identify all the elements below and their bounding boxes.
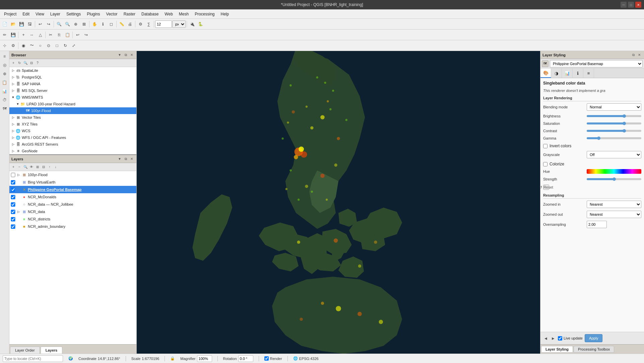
scale-input[interactable]: [155, 20, 172, 28]
menu-processing[interactable]: Processing: [192, 11, 217, 17]
menu-vector[interactable]: Vector: [104, 11, 120, 17]
snap-config-btn[interactable]: ⚙: [9, 42, 17, 50]
measure-btn[interactable]: 📏: [118, 20, 126, 28]
snap-btn[interactable]: ⊹: [1, 42, 9, 50]
browser-collapse-btn[interactable]: ▼: [117, 52, 122, 58]
pan-btn[interactable]: ✋: [90, 20, 99, 28]
menu-view[interactable]: View: [33, 11, 47, 17]
layer-jollibee-check[interactable]: [11, 202, 15, 207]
stats-icon-btn[interactable]: 📊: [1, 87, 9, 95]
menu-edit[interactable]: Edit: [20, 11, 32, 17]
remove-layer-btn[interactable]: −: [17, 164, 22, 170]
browser-collapse-all-btn[interactable]: ⊟: [29, 60, 34, 66]
style-tab-metadata[interactable]: ℹ: [573, 68, 583, 78]
undo-edit-btn[interactable]: ↩: [74, 31, 82, 39]
magnifier-input[interactable]: [197, 355, 212, 362]
browser-item-100yr[interactable]: 🗺 100yr-Flood: [9, 107, 136, 114]
browser-item-wms[interactable]: ▼ 🌐 WMS/WMTS: [9, 94, 136, 101]
expand-all-btn[interactable]: ⊞: [35, 164, 40, 170]
layers-float-btn[interactable]: ⧉: [123, 156, 128, 162]
circle-btn[interactable]: ○: [36, 42, 44, 50]
browser-item-xyztiles[interactable]: ▷ ⊞ XYZ Tiles: [9, 121, 136, 127]
rotation-input[interactable]: [238, 355, 253, 362]
style-tab-histogram[interactable]: 📊: [562, 68, 573, 78]
processing-btn[interactable]: ⚙: [136, 20, 144, 28]
identify-btn[interactable]: ℹ: [99, 20, 107, 28]
layer-item-100yr[interactable]: ▷ ⊞ 100yr-Flood: [9, 171, 136, 178]
next-style-btn[interactable]: ▶: [551, 335, 556, 341]
minimize-button[interactable]: ─: [621, 2, 627, 8]
scale-adv-btn[interactable]: ⤢: [70, 42, 78, 50]
undo-btn[interactable]: ↩: [36, 20, 44, 28]
layer-mcdo-check[interactable]: [11, 195, 15, 199]
menu-layer[interactable]: Layer: [48, 11, 63, 17]
gamma-slider[interactable]: [587, 137, 641, 139]
digitize-shape-btn[interactable]: ◉: [19, 42, 27, 50]
map3d-icon-btn[interactable]: 🗺: [1, 105, 9, 113]
layers-close-btn[interactable]: ✕: [129, 156, 134, 162]
menu-plugins[interactable]: Plugins: [84, 11, 103, 17]
layer-dist-check[interactable]: [11, 217, 15, 221]
tab-processing-toolbox[interactable]: Processing Toolbox: [574, 346, 614, 353]
layers-icon-btn[interactable]: ≡: [1, 52, 9, 60]
add-feature-btn[interactable]: +: [19, 31, 27, 39]
redo-btn[interactable]: ↪: [45, 20, 53, 28]
maximize-button[interactable]: □: [628, 2, 634, 8]
layer-100yr-check[interactable]: [11, 173, 15, 177]
filter-layer-btn[interactable]: 🔍: [23, 164, 28, 170]
browser-item-wcs[interactable]: ▷ 🌐 WCS: [9, 127, 136, 134]
zoom-out-btn[interactable]: 🔍: [63, 20, 71, 28]
move-down-btn[interactable]: ↓: [53, 164, 58, 170]
browser-refresh-btn[interactable]: ↻: [17, 60, 22, 66]
cut-features-btn[interactable]: ✂: [47, 31, 55, 39]
style-tab-transparency[interactable]: ◑: [551, 68, 562, 78]
ellipse-btn[interactable]: ⊙: [45, 42, 53, 50]
stats-btn[interactable]: ∑: [145, 20, 153, 28]
menu-web[interactable]: Web: [162, 11, 175, 17]
menu-help[interactable]: Help: [218, 11, 232, 17]
plugins-btn[interactable]: 🔌: [188, 20, 196, 28]
move-feature-btn[interactable]: ↔: [28, 31, 36, 39]
browser-item-saphana[interactable]: ▷ 🗄 SAP HANA: [9, 81, 136, 87]
vertex-tool-btn[interactable]: △: [36, 31, 44, 39]
unit-select[interactable]: px: [172, 20, 186, 28]
colorize-check[interactable]: [543, 162, 548, 166]
browser-close-btn[interactable]: ✕: [129, 52, 134, 58]
browser-item-vectortiles[interactable]: ▷ ⊞ Vector Tiles: [9, 114, 136, 121]
strength-slider[interactable]: [587, 178, 641, 180]
paste-features-btn[interactable]: 📋: [63, 31, 71, 39]
add-layer-btn[interactable]: +: [11, 164, 16, 170]
styling-close-btn[interactable]: ✕: [637, 52, 642, 58]
menu-mesh[interactable]: Mesh: [176, 11, 191, 17]
browser-item-postgresql[interactable]: ▷ 🐘 PostgreSQL: [9, 74, 136, 81]
rotate-btn[interactable]: ↻: [61, 42, 69, 50]
layers-collapse-btn[interactable]: ▼: [117, 156, 122, 162]
status-epsg[interactable]: 🌐 EPSG:4326: [293, 356, 319, 361]
python-btn[interactable]: 🐍: [196, 20, 204, 28]
redo-edit-btn[interactable]: ↪: [82, 31, 90, 39]
map-canvas-area[interactable]: [137, 51, 540, 354]
edit-toggle-btn[interactable]: ✏: [1, 31, 9, 39]
browser-item-lipad[interactable]: ▼ 📁 LiPAD 100-year Flood Hazard: [9, 101, 136, 107]
layer-item-ncr-districts[interactable]: ■ NCR_districts: [9, 215, 136, 223]
browser-filter-btn[interactable]: 🔍: [23, 60, 28, 66]
render-check[interactable]: [264, 356, 269, 361]
select-btn[interactable]: ◻: [107, 20, 115, 28]
copy-features-btn[interactable]: ⎘: [55, 31, 63, 39]
save-project-btn[interactable]: 💾: [17, 20, 25, 28]
save-as-btn[interactable]: 🖫: [26, 20, 34, 28]
layer-item-ncr-data[interactable]: ▷ ⊞ NCR_data: [9, 208, 136, 215]
save-edits-btn[interactable]: 💾: [9, 31, 17, 39]
layer-style-select[interactable]: Philippine GeoPortal Basemap: [550, 60, 643, 67]
saturation-slider[interactable]: [587, 122, 641, 124]
browser-item-mssql[interactable]: ▷ 🗄 MS SQL Server: [9, 87, 136, 94]
coord-icon-btn[interactable]: ⊕: [1, 70, 9, 78]
filter-visible-btn[interactable]: 👁: [29, 164, 34, 170]
blending-mode-select[interactable]: Normal: [587, 103, 641, 111]
browser-item-wfs[interactable]: ▷ 🌐 WFS / OGC API - Features: [9, 134, 136, 141]
locate-input[interactable]: [3, 355, 63, 362]
layer-admin-check[interactable]: [11, 224, 15, 229]
prev-style-btn[interactable]: ◀: [543, 335, 549, 341]
tab-layers[interactable]: Layers: [41, 347, 62, 354]
zoom-full-btn[interactable]: ⊕: [72, 20, 80, 28]
